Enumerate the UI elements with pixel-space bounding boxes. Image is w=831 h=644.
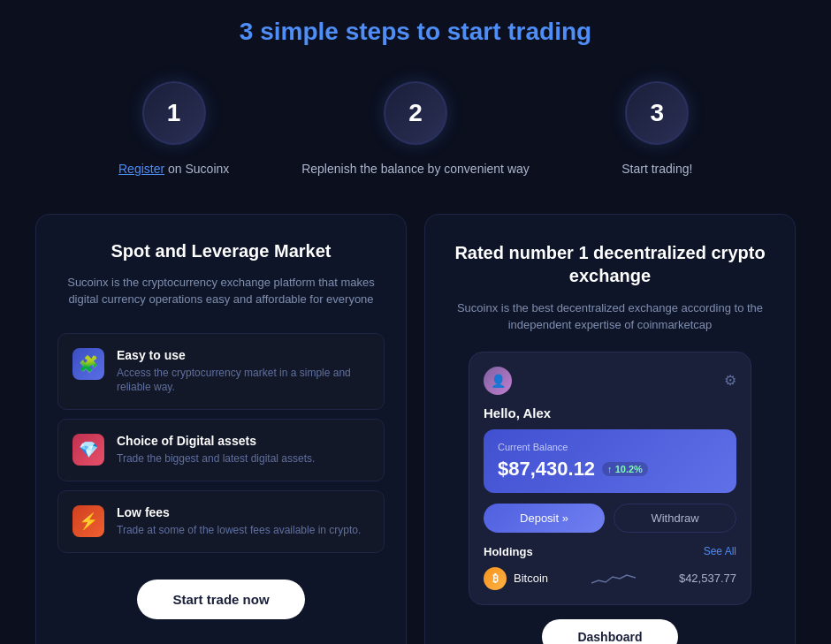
- holding-item-bitcoin: ₿ Bitcoin $42,537.77: [484, 567, 736, 590]
- digital-assets-icon: 💎: [72, 434, 104, 466]
- greeting-text: Hello, Alex: [484, 405, 736, 420]
- sparkline-chart: [591, 570, 636, 587]
- step-1-circle: 1: [142, 81, 206, 145]
- feature-3-desc: Trade at some of the lowest fees availab…: [117, 523, 361, 538]
- holding-value: $42,537.77: [679, 572, 736, 585]
- start-trade-button[interactable]: Start trade now: [137, 580, 304, 619]
- step-3-label: Start trading!: [621, 161, 692, 178]
- step-1-label: Register on Sucoinx: [118, 161, 229, 178]
- balance-card: Current Balance $87,430.12 ↑ 10.2%: [484, 429, 736, 493]
- feature-2-title: Choice of Digital assets: [117, 434, 315, 448]
- page-title: 3 simple steps to start trading: [35, 18, 796, 46]
- right-card-subtitle: Sucoinx is the best decentralized exchan…: [446, 299, 774, 334]
- step-3-circle: 3: [625, 81, 689, 145]
- step-2-label: Replenish the balance by convenient way: [301, 161, 530, 178]
- withdraw-button[interactable]: Withdraw: [614, 504, 736, 533]
- easy-to-use-icon: 🧩: [72, 348, 104, 380]
- right-card: Rated number 1 decentralized crypto exch…: [424, 214, 796, 644]
- feature-3-title: Low fees: [117, 505, 361, 519]
- holdings-title: Holdings: [484, 545, 533, 558]
- see-all-link[interactable]: See All: [704, 545, 736, 557]
- left-card-subtitle: Sucoinx is the cryptocurrency exchange p…: [57, 274, 385, 308]
- holdings-header: Holdings See All: [484, 545, 736, 558]
- feature-1-desc: Access the cryptocurrency market in a si…: [117, 366, 370, 396]
- bitcoin-icon: ₿: [484, 567, 507, 590]
- balance-label: Current Balance: [498, 442, 722, 452]
- cta-wrapper: Start trade now: [57, 580, 385, 619]
- step-2: 2 Replenish the balance by convenient wa…: [294, 81, 536, 178]
- feature-1-title: Easy to use: [117, 348, 370, 362]
- step-3: 3 Start trading!: [537, 81, 778, 178]
- step-2-circle: 2: [384, 81, 447, 145]
- steps-section: 1 Register on Sucoinx 2 Replenish the ba…: [35, 81, 796, 178]
- avatar: 👤: [484, 367, 512, 395]
- feature-digital-assets: 💎 Choice of Digital assets Trade the big…: [57, 419, 385, 481]
- balance-amount: $87,430.12 ↑ 10.2%: [498, 458, 722, 481]
- left-card: Spot and Leverage Market Sucoinx is the …: [35, 214, 407, 644]
- register-link[interactable]: Register: [118, 162, 164, 176]
- dashboard-mockup: 👤 ⚙ Hello, Alex Current Balance $87,430.…: [469, 352, 751, 605]
- left-card-title: Spot and Leverage Market: [57, 241, 385, 261]
- feature-low-fees: ⚡ Low fees Trade at some of the lowest f…: [57, 490, 385, 553]
- holding-name: Bitcoin: [514, 572, 548, 585]
- page-header: 3 simple steps to start trading: [35, 18, 796, 46]
- balance-change: ↑ 10.2%: [602, 462, 648, 476]
- right-card-title: Rated number 1 decentralized crypto exch…: [446, 241, 774, 287]
- action-buttons: Deposit » Withdraw: [484, 504, 736, 533]
- feature-2-desc: Trade the biggest and latest digital ass…: [117, 451, 315, 466]
- step-1: 1 Register on Sucoinx: [53, 81, 294, 178]
- deposit-button[interactable]: Deposit »: [484, 504, 605, 533]
- feature-easy-to-use: 🧩 Easy to use Access the cryptocurrency …: [57, 333, 385, 411]
- dash-header: 👤 ⚙: [484, 367, 736, 395]
- low-fees-icon: ⚡: [72, 505, 104, 537]
- gear-icon[interactable]: ⚙: [724, 372, 736, 389]
- cards-row: Spot and Leverage Market Sucoinx is the …: [35, 214, 796, 644]
- dashboard-button[interactable]: Dashboard: [542, 619, 677, 644]
